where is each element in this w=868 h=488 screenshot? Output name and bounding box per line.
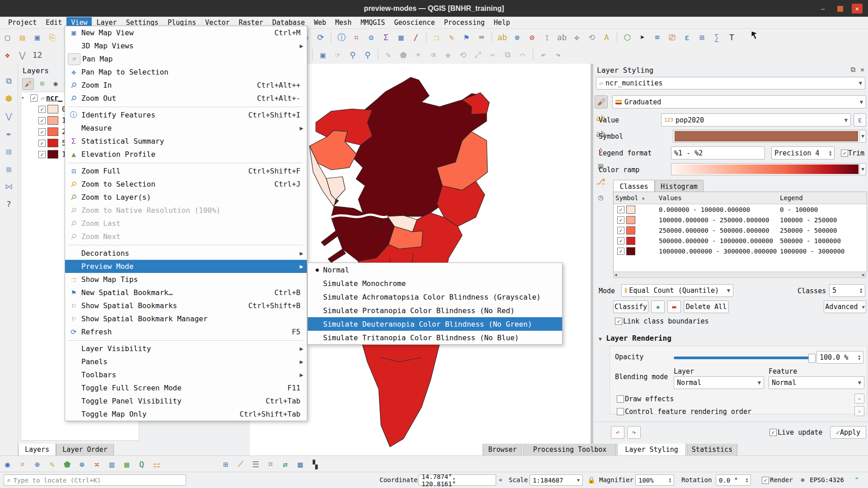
draw-effects-checkbox[interactable] <box>617 395 624 403</box>
new-virtual-layer-icon[interactable]: ▦ <box>3 163 15 175</box>
add-group-icon[interactable]: ⊞ <box>37 78 47 89</box>
diagrams-icon[interactable]: ⎇ <box>595 175 607 188</box>
rotation-value[interactable]: 0.0 ° ▲▼ <box>716 474 751 486</box>
preview-mode-option[interactable]: Simulate Achromatopsia Color Blindness (… <box>308 290 562 304</box>
control-order-checkbox[interactable] <box>617 408 624 415</box>
symbology-brush-icon[interactable]: 🖌 <box>595 95 608 108</box>
legend-checkbox[interactable]: ✓ <box>38 151 46 158</box>
menu-item-toggle-full-screen[interactable]: Toggle Full Screen ModeF11 <box>65 381 307 394</box>
remove-class-button[interactable]: ▬ <box>667 300 681 313</box>
preview-mode-option[interactable]: Simulate Tritanopia Color Blindness (No … <box>308 331 562 344</box>
tab-classes[interactable]: Classes <box>613 180 655 192</box>
column-values[interactable]: Values <box>659 194 780 202</box>
menu-edit[interactable]: Edit <box>41 17 66 28</box>
slider-handle[interactable] <box>808 354 816 363</box>
field-calc-icon[interactable]: ∑ <box>711 31 723 43</box>
spinner-arrows-icon[interactable]: ▲▼ <box>829 150 831 156</box>
classes-spinner[interactable]: 5 ▲▼ <box>829 284 865 297</box>
class-checkbox[interactable]: ✓ <box>617 227 624 234</box>
python-console-icon[interactable]: ⌨ <box>475 31 488 43</box>
open-styling-panel-icon[interactable]: 🖌 <box>22 78 34 90</box>
close-panel-icon[interactable]: ✕ <box>860 66 864 74</box>
extent-toggle-icon[interactable]: ⌖ <box>499 476 502 484</box>
tiles-icon[interactable]: ▦ <box>294 458 306 470</box>
label-pin-icon[interactable]: ⟟ <box>541 31 553 43</box>
select-features-icon[interactable]: ⋁ <box>16 49 28 61</box>
diagram-icon[interactable]: ⬡ <box>621 31 633 43</box>
close-button[interactable]: ✕ <box>852 4 863 14</box>
legend-checkbox[interactable]: ✓ <box>38 140 46 147</box>
menu-item-zoom-to-layers[interactable]: ⚲Zoom to Layer(s) <box>65 191 307 204</box>
column-legend[interactable]: Legend <box>780 194 867 202</box>
minimize-button[interactable]: – <box>817 4 828 14</box>
class-row[interactable]: ✓100000.000000 - 250000.000000100000 - 2… <box>614 215 867 225</box>
swap-arrows-icon[interactable]: ⇄ <box>279 458 291 470</box>
delete-feature-icon[interactable]: ⌫ <box>427 49 439 61</box>
scroll-left-icon[interactable]: ◀ <box>615 272 617 277</box>
legend-checkbox[interactable]: ✓ <box>38 128 46 136</box>
qgis-flame-icon[interactable]: ❖ <box>1 49 14 61</box>
hatch-tool-icon[interactable]: ⌗ <box>264 458 277 470</box>
scale-feature-icon[interactable]: ⤢ <box>472 49 484 61</box>
menu-geoscience[interactable]: Geoscience <box>389 17 439 28</box>
select-rect-icon[interactable]: ⌧ <box>651 31 663 43</box>
menu-item-3d-map-views[interactable]: 3D Map Views▶ <box>65 39 307 52</box>
zoom-in-icon[interactable]: ⚲ <box>347 49 359 61</box>
symbol-button[interactable] <box>673 130 860 143</box>
help-icon[interactable]: ? <box>3 198 15 210</box>
color-ramp-dropdown[interactable]: ▼ <box>860 163 866 175</box>
maximize-button[interactable] <box>835 4 845 14</box>
link-class-checkbox[interactable]: ✓ <box>615 318 622 325</box>
menu-item-preview-mode[interactable]: Preview Mode▶ <box>65 260 307 273</box>
menu-web[interactable]: Web <box>310 17 331 28</box>
ruler-plugin-icon[interactable]: ≍ <box>91 458 103 470</box>
effects-options-button[interactable]: ✦ <box>854 394 864 404</box>
menu-item-measure[interactable]: Measure▶ <box>65 122 307 135</box>
geocode-icon[interactable]: ⊕ <box>31 458 43 470</box>
label-move-icon[interactable]: ✥ <box>571 31 583 43</box>
layer-name[interactable]: ncr_ <box>46 94 62 102</box>
class-checkbox[interactable]: ✓ <box>617 248 624 255</box>
tab-histogram[interactable]: Histogram <box>655 180 704 192</box>
menu-item-statistical-summary[interactable]: ΣStatistical Summary <box>65 135 307 148</box>
layer-selector[interactable]: ▱ ncr_municities ▼ <box>596 77 865 89</box>
legend-checkbox[interactable]: ✓ <box>38 106 46 113</box>
pan-map-icon[interactable]: ☞ <box>332 49 344 61</box>
refresh-icon[interactable]: ⟳ <box>314 31 327 43</box>
table-hscrollbar[interactable]: ◀▶ <box>613 272 866 278</box>
raster-image-icon[interactable]: ▩ <box>121 458 133 470</box>
text-format-icon[interactable]: T <box>726 31 738 43</box>
metasearch-icon[interactable]: ◉ <box>1 458 14 470</box>
class-checkbox[interactable]: ✓ <box>617 237 624 244</box>
menu-item-panels[interactable]: Panels▶ <box>65 355 307 368</box>
new-geopackage-icon[interactable]: ⬢ <box>3 92 15 104</box>
menu-item-identify-features[interactable]: ⓘIdentify FeaturesCtrl+Shift+I <box>65 108 307 122</box>
add-feature-icon[interactable]: ⬟ <box>397 49 409 61</box>
preview-mode-option[interactable]: Simulate Monochrome <box>308 277 562 290</box>
open-table-icon[interactable]: ⊞ <box>696 31 708 43</box>
sketch-pencil-icon[interactable]: ✎ <box>46 458 58 470</box>
grid-layout-icon[interactable]: ⊞ <box>220 458 232 470</box>
class-checkbox[interactable]: ✓ <box>617 216 624 224</box>
new-shapefile-icon[interactable]: ⋁ <box>3 110 15 122</box>
menu-item-pan-map[interactable]: ☞Pan Map <box>65 52 307 66</box>
legend-format-input[interactable]: %1 - %2 <box>671 146 765 160</box>
class-row[interactable]: ✓500000.000000 - 1000000.000000500000 - … <box>614 235 867 246</box>
class-row[interactable]: ✓0.000000 - 100000.0000000 - 100000 <box>614 204 867 215</box>
scale-12-label[interactable]: 12 <box>31 49 43 61</box>
preview-mode-option[interactable]: ●Normal <box>308 263 562 277</box>
spinner-arrows-icon[interactable]: ▲▼ <box>669 478 671 483</box>
menu-item-decorations[interactable]: Decorations▶ <box>65 247 307 260</box>
classify-button[interactable]: Classify <box>613 300 648 313</box>
menu-item-zoom-out[interactable]: ⚲Zoom OutCtrl+Alt+- <box>65 92 307 105</box>
spinner-arrows-icon[interactable]: ▲▼ <box>746 478 748 483</box>
undo-icon[interactable]: ↶ <box>537 49 549 61</box>
layer-checkbox[interactable]: ✓ <box>30 94 38 102</box>
value-field-selector[interactable]: 123 pop2020 ▼ <box>661 113 851 127</box>
new-mesh-layer-icon[interactable]: ⋈ <box>3 180 15 192</box>
lock-scale-icon[interactable]: 🔒 <box>587 476 595 483</box>
menu-item-new-map-view[interactable]: ▣New Map ViewCtrl+M <box>65 26 307 39</box>
messages-icon[interactable]: ❝ <box>855 476 859 483</box>
scale-value[interactable]: 1:184687▼ <box>530 474 583 486</box>
menu-item-zoom-next[interactable]: ⚲Zoom Next <box>65 230 307 243</box>
